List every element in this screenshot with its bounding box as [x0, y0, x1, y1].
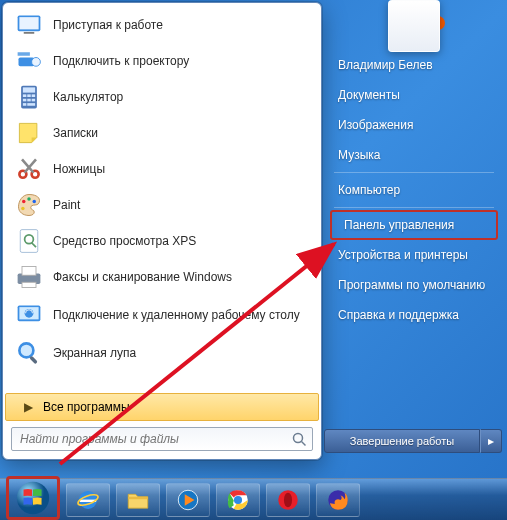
start-item-xps[interactable]: Средство просмотра XPS [5, 223, 319, 259]
svg-rect-9 [27, 94, 31, 97]
start-item-label: Средство просмотра XPS [53, 234, 196, 248]
start-item-paint[interactable]: Paint [5, 187, 319, 223]
arrow-right-icon: ▶ [24, 400, 33, 414]
svg-point-43 [284, 492, 292, 507]
pane-separator [334, 172, 494, 173]
start-item-getting-started[interactable]: Приступая к работе [5, 7, 319, 43]
search-icon [291, 431, 307, 447]
svg-point-41 [234, 495, 242, 503]
start-item-label: Факсы и сканирование Windows [53, 270, 232, 284]
svg-rect-13 [32, 99, 36, 102]
annotation-start-highlight [6, 476, 60, 520]
taskbar-opera[interactable] [266, 483, 310, 517]
start-item-label: Ножницы [53, 162, 105, 176]
all-programs-button[interactable]: ▶ Все программы [5, 393, 319, 421]
svg-point-18 [22, 200, 26, 204]
svg-rect-8 [23, 94, 27, 97]
svg-rect-25 [22, 267, 36, 276]
taskbar [0, 478, 507, 520]
search-input[interactable] [11, 427, 313, 451]
right-link-help[interactable]: Справка и поддержка [324, 300, 504, 330]
taskbar-firefox[interactable] [316, 483, 360, 517]
sticky-notes-icon [15, 119, 43, 147]
svg-rect-14 [23, 103, 27, 106]
svg-point-4 [32, 58, 41, 67]
start-item-rdp[interactable]: Подключение к удаленному рабочему столу [5, 295, 319, 335]
start-item-label: Paint [53, 198, 80, 212]
taskbar-ie[interactable] [66, 483, 110, 517]
user-avatar[interactable] [388, 0, 440, 52]
start-item-snipping[interactable]: Ножницы [5, 151, 319, 187]
start-menu-list: Приступая к работе Подключить к проектор… [3, 3, 321, 393]
start-item-label: Приступая к работе [53, 18, 163, 32]
start-item-label: Подключить к проектору [53, 54, 189, 68]
right-link-computer[interactable]: Компьютер [324, 175, 504, 205]
scissors-icon [15, 155, 43, 183]
shutdown-row: Завершение работы ▸ [324, 428, 502, 454]
start-item-label: Калькулятор [53, 90, 123, 104]
paint-icon [15, 191, 43, 219]
shutdown-button[interactable]: Завершение работы [324, 429, 480, 453]
start-button[interactable] [11, 478, 55, 518]
right-link-user[interactable]: Владимир Белев [324, 50, 504, 80]
rdp-icon [15, 301, 43, 329]
xps-icon [15, 227, 43, 255]
svg-point-20 [33, 200, 37, 204]
right-link-control-panel[interactable]: Панель управления [330, 210, 498, 240]
svg-rect-26 [22, 282, 36, 287]
pane-separator [334, 207, 494, 208]
svg-point-32 [294, 434, 303, 443]
svg-point-21 [21, 207, 25, 211]
svg-rect-31 [29, 356, 38, 365]
projector-icon [15, 47, 43, 75]
start-item-label: Подключение к удаленному рабочему столу [53, 308, 300, 322]
svg-rect-36 [128, 496, 148, 498]
right-link-documents[interactable]: Документы [324, 80, 504, 110]
taskbar-chrome[interactable] [216, 483, 260, 517]
getting-started-icon [15, 11, 43, 39]
start-menu-left-pane: Приступая к работе Подключить к проектор… [2, 2, 322, 460]
start-item-magnifier[interactable]: Экранная лупа [5, 335, 319, 371]
shutdown-menu-arrow[interactable]: ▸ [480, 429, 502, 453]
magnifier-icon [15, 339, 43, 367]
start-item-sticky-notes[interactable]: Записки [5, 115, 319, 151]
start-item-projector[interactable]: Подключить к проектору [5, 43, 319, 79]
svg-rect-11 [23, 99, 27, 102]
svg-rect-1 [19, 17, 38, 29]
start-item-label: Экранная лупа [53, 346, 136, 360]
right-link-devices[interactable]: Устройства и принтеры [324, 240, 504, 270]
search-row [3, 421, 321, 459]
all-programs-label: Все программы [43, 400, 130, 414]
calculator-icon [15, 83, 43, 111]
start-menu-right-pane: Владимир Белев Документы Изображения Муз… [324, 2, 504, 460]
svg-rect-5 [18, 52, 30, 56]
svg-rect-12 [27, 99, 31, 102]
svg-rect-15 [27, 103, 35, 106]
taskbar-wmp[interactable] [166, 483, 210, 517]
svg-rect-10 [32, 94, 36, 97]
start-item-label: Записки [53, 126, 98, 140]
chevron-right-icon: ▸ [488, 434, 494, 448]
start-item-fax[interactable]: Факсы и сканирование Windows [5, 259, 319, 295]
svg-rect-7 [23, 87, 35, 92]
svg-point-30 [19, 343, 33, 357]
svg-rect-22 [20, 230, 38, 253]
start-item-calculator[interactable]: Калькулятор [5, 79, 319, 115]
svg-point-19 [27, 197, 31, 201]
svg-rect-2 [24, 32, 35, 34]
fax-icon [15, 263, 43, 291]
right-link-music[interactable]: Музыка [324, 140, 504, 170]
right-link-defaults[interactable]: Программы по умолчанию [324, 270, 504, 300]
right-link-pictures[interactable]: Изображения [324, 110, 504, 140]
taskbar-explorer[interactable] [116, 483, 160, 517]
